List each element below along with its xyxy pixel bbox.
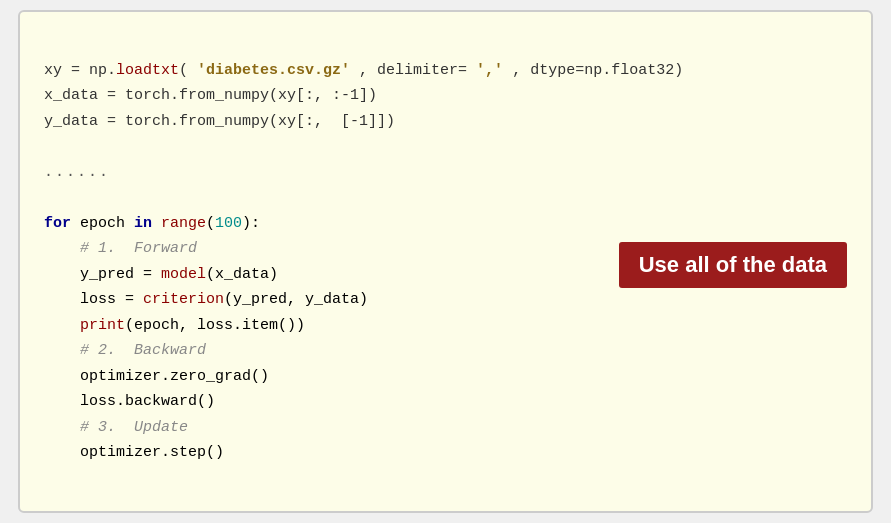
line-step: optimizer.step() (44, 444, 224, 461)
line-comment1: # 1. Forward (44, 240, 197, 257)
line-ypred: y_pred = model(x_data) (44, 266, 278, 283)
line3: y_data = torch.from_numpy(xy[:, [-1]]) (44, 113, 395, 130)
line1: xy = np.loadtxt( 'diabetes.csv.gz' , del… (44, 62, 683, 79)
line-comment2: # 2. Backward (44, 342, 206, 359)
line-backward: loss.backward() (44, 393, 215, 410)
annotation-text: Use all of the data (639, 252, 827, 277)
line-loss: loss = criterion(y_pred, y_data) (44, 291, 368, 308)
line2: x_data = torch.from_numpy(xy[:, :-1]) (44, 87, 377, 104)
annotation-box: Use all of the data (619, 242, 847, 288)
line-ellipsis: ...... (44, 164, 110, 181)
line-for: for epoch in range(100): (44, 215, 260, 232)
line-comment3: # 3. Update (44, 419, 188, 436)
code-container: xy = np.loadtxt( 'diabetes.csv.gz' , del… (18, 10, 873, 513)
line-zero-grad: optimizer.zero_grad() (44, 368, 269, 385)
line-print: print(epoch, loss.item()) (44, 317, 305, 334)
